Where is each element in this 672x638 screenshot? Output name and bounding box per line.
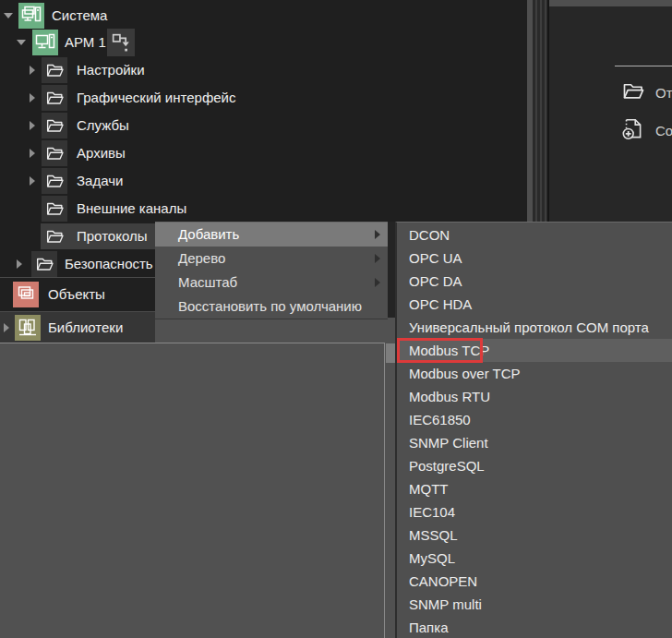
folder-icon: [42, 196, 67, 222]
folder-icon: [42, 168, 67, 194]
menu-item-label: Масштаб: [178, 274, 237, 290]
submenu-item-label: MSSQL: [409, 527, 458, 543]
create-action-label: Со: [655, 123, 672, 138]
expander-right-icon[interactable]: [30, 66, 35, 75]
menu-item-label: Восстановить по умолчанию: [178, 298, 362, 314]
tree-item-label: Настройки: [77, 57, 145, 83]
expander-right-icon[interactable]: [30, 121, 35, 130]
submenu-item-dcon[interactable]: DCON: [397, 223, 672, 247]
submenu-item-snmp-multi[interactable]: SNMP multi: [397, 593, 672, 616]
tree-item-protocols[interactable]: Протоколы: [0, 223, 155, 249]
folder-icon: [42, 85, 67, 111]
submenu-item-mssql[interactable]: MSSQL: [397, 524, 672, 547]
submenu-item-label: DCON: [409, 227, 450, 243]
folder-icon: [42, 57, 67, 83]
menu-item-restore-default[interactable]: Восстановить по умолчанию: [155, 295, 388, 319]
submenu-item-folder[interactable]: Папка: [397, 616, 672, 638]
menu-item-tree[interactable]: Дерево: [155, 247, 388, 271]
tree-item-archives[interactable]: Архивы: [0, 140, 527, 166]
submenu-item-label: MQTT: [409, 481, 449, 497]
expander-down-icon[interactable]: [17, 40, 26, 45]
submenu-arrow-icon: [375, 254, 380, 263]
tree-item-label: Службы: [77, 113, 129, 138]
annotation-red-box: [397, 338, 483, 363]
tree-item-label: Протоколы: [77, 223, 147, 249]
create-action[interactable]: Со: [619, 116, 672, 145]
objects-icon: [13, 282, 39, 307]
expander-right-icon[interactable]: [30, 149, 35, 158]
folder-icon: [42, 223, 67, 249]
tree-scrollbar[interactable]: [533, 0, 549, 222]
submenu-item-label: IEC104: [409, 504, 455, 520]
section-objects[interactable]: Объекты: [0, 278, 155, 311]
scrollbar-groove-line: [545, 0, 546, 222]
submenu-item-iec61850[interactable]: IEC61850: [397, 408, 672, 431]
submenu-item-opc-da[interactable]: OPC DA: [397, 270, 672, 293]
expander-down-icon[interactable]: [4, 13, 13, 18]
submenu-item-snmp-client[interactable]: SNMP Client: [397, 431, 672, 454]
menu-item-scale[interactable]: Масштаб: [155, 271, 388, 295]
jump-to-icon[interactable]: [107, 29, 135, 56]
context-menu: Добавить Дерево Масштаб Восстановить по …: [155, 222, 388, 319]
open-action[interactable]: От: [620, 78, 672, 106]
expander-right-icon[interactable]: [4, 323, 9, 332]
tree-item-external-channels[interactable]: Внешние каналы: [0, 196, 527, 222]
submenu-item-label: OPC UA: [409, 250, 462, 266]
menu-item-label: Дерево: [178, 250, 225, 266]
tree-item-label: Безопасность: [65, 251, 153, 277]
folder-icon: [31, 251, 57, 277]
menu-item-label: Добавить: [178, 226, 239, 242]
tree-item-label: Задачи: [77, 168, 123, 194]
workspace-scrollbar-thumb[interactable]: [386, 343, 395, 363]
tree-item-security[interactable]: Безопасность: [0, 251, 155, 277]
tree-item-label: АРМ 1: [65, 29, 106, 56]
submenu-item-mysql[interactable]: MySQL: [397, 547, 672, 570]
tree-item-system[interactable]: Система: [0, 3, 527, 29]
submenu-item-universal-com[interactable]: Универсальный протокол COM порта: [397, 316, 672, 339]
submenu-item-label: SNMP multi: [409, 596, 482, 612]
menu-item-add[interactable]: Добавить: [155, 223, 388, 247]
open-action-label: От: [655, 85, 672, 101]
folder-icon: [42, 140, 67, 166]
expander-right-icon[interactable]: [17, 259, 22, 269]
tree-item-tasks[interactable]: Задачи: [0, 168, 527, 194]
submenu-item-postgresql[interactable]: PostgreSQL: [397, 454, 672, 477]
tree-item-services[interactable]: Службы: [0, 113, 527, 138]
submenu-item-label: PostgreSQL: [409, 458, 485, 474]
section-libraries[interactable]: Библиотеки: [0, 312, 155, 343]
actions-panel-divider: [615, 66, 672, 66]
submenu-item-canopen[interactable]: CANOPEN: [397, 570, 672, 593]
submenu-item-modbus-over-tcp[interactable]: Modbus over TCP: [397, 362, 672, 385]
tree-item-gui[interactable]: Графический интерфейс: [0, 85, 527, 111]
tree-item-arm1[interactable]: АРМ 1: [0, 29, 527, 56]
protocol-submenu: DCON OPC UA OPC DA OPC HDA Универсальный…: [395, 222, 672, 638]
expander-right-icon[interactable]: [30, 176, 35, 186]
folder-icon: [42, 113, 67, 138]
app-window: От Со: [0, 0, 672, 638]
workstation-icon: [32, 30, 58, 55]
tree-item-settings[interactable]: Настройки: [0, 57, 527, 83]
tree-item-label: Графический интерфейс: [77, 85, 235, 111]
submenu-item-label: CANOPEN: [409, 573, 477, 589]
actions-panel-top-strip: [549, 0, 672, 6]
submenu-item-opc-ua[interactable]: OPC UA: [397, 247, 672, 270]
workspace-scrollbar-track: [384, 343, 385, 638]
panel-gap: [388, 222, 395, 318]
submenu-item-label: Универсальный протокол COM порта: [409, 319, 649, 335]
submenu-arrow-icon: [375, 230, 380, 239]
submenu-arrow-icon: [375, 278, 380, 287]
submenu-item-label: Modbus over TCP: [409, 366, 521, 381]
submenu-item-modbus-rtu[interactable]: Modbus RTU: [397, 385, 672, 408]
submenu-item-label: Modbus RTU: [409, 389, 490, 404]
workspace-divider: [0, 343, 385, 343]
system-icon: [18, 3, 44, 29]
submenu-item-label: OPC HDA: [409, 296, 472, 312]
actions-panel: От Со: [549, 0, 672, 222]
submenu-item-mqtt[interactable]: MQTT: [397, 477, 672, 500]
create-document-icon: [619, 116, 645, 145]
submenu-item-iec104[interactable]: IEC104: [397, 500, 672, 524]
expander-right-icon[interactable]: [30, 93, 35, 102]
libraries-icon: [15, 315, 41, 341]
submenu-item-opc-hda[interactable]: OPC HDA: [397, 293, 672, 316]
submenu-item-modbus-tcp[interactable]: Modbus TCP: [397, 339, 672, 362]
